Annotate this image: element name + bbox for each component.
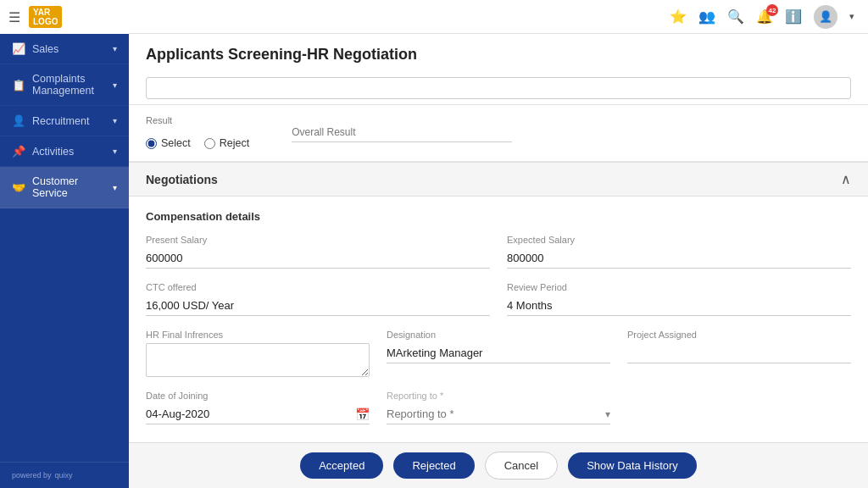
expected-salary-input[interactable]: [507, 248, 851, 269]
sales-icon: 📈: [12, 42, 25, 55]
ctc-offered-input[interactable]: [146, 296, 490, 316]
chevron-icon: ▾: [113, 44, 117, 53]
review-period-input[interactable]: [507, 296, 851, 316]
topbar: ⭐ 👥 🔍 🔔 42 ℹ️ 👤 ▾: [129, 0, 868, 34]
negotiations-title: Negotiations: [146, 173, 218, 186]
reporting-to-input[interactable]: [387, 404, 605, 424]
overall-result-field: [292, 123, 851, 142]
project-assigned-label: Project Assigned: [627, 330, 851, 340]
review-period-label: Review Period: [507, 282, 851, 292]
reporting-to-label: Reporting to *: [387, 391, 610, 401]
reporting-to-field: Reporting to * ▾: [387, 391, 610, 424]
radio-group: Select Reject: [146, 137, 249, 149]
hr-final-field: HR Final Infrences: [146, 330, 370, 377]
form-container: Applicants Screening-HR Negotiation Resu…: [129, 34, 868, 442]
radio-select-input[interactable]: [146, 138, 157, 149]
chevron-icon: ▾: [113, 116, 117, 125]
hr-final-textarea[interactable]: [146, 343, 370, 377]
users-icon[interactable]: 👥: [698, 8, 715, 25]
sidebar-item-label: Complaints Management: [32, 73, 113, 97]
radio-select-label: Select: [161, 137, 191, 149]
radio-select[interactable]: Select: [146, 137, 191, 149]
designation-field: Designation: [387, 330, 610, 377]
complaints-icon: 📋: [12, 79, 25, 92]
date-of-joining-input[interactable]: [146, 404, 355, 424]
hr-final-label: HR Final Infrences: [146, 330, 370, 340]
dropdown-arrow-icon[interactable]: ▾: [605, 408, 610, 420]
radio-reject[interactable]: Reject: [204, 137, 249, 149]
sidebar-item-recruitment[interactable]: 👤 Recruitment ▾: [0, 106, 129, 136]
search-icon[interactable]: 🔍: [727, 8, 744, 25]
cancel-button[interactable]: Cancel: [485, 452, 558, 480]
sidebar-item-sales[interactable]: 📈 Sales ▾: [0, 34, 129, 64]
notification-icon[interactable]: 🔔 42: [756, 8, 773, 25]
overall-result-input[interactable]: [292, 123, 512, 142]
result-section: Result Select Reject: [129, 105, 868, 162]
recruitment-icon: 👤: [12, 114, 25, 127]
calendar-icon[interactable]: 📅: [355, 408, 370, 421]
project-assigned-input[interactable]: [627, 343, 851, 363]
project-assigned-field: Project Assigned: [627, 330, 851, 377]
sidebar-item-label: Sales: [32, 43, 58, 55]
star-icon[interactable]: ⭐: [670, 8, 687, 25]
sidebar-nav: 📈 Sales ▾ 📋 Complaints Management ▾ 👤 Re…: [0, 34, 129, 462]
date-of-joining-field: Date of Joining 📅: [146, 391, 370, 424]
ctc-offered-field: CTC offered: [146, 282, 490, 316]
expected-salary-field: Expected Salary: [507, 235, 851, 269]
ctc-review-row: CTC offered Review Period: [146, 282, 851, 316]
present-salary-input[interactable]: [146, 248, 490, 269]
compensation-title: Compensation details: [146, 210, 851, 223]
result-label: Result: [146, 115, 249, 125]
sidebar-item-label: Activities: [32, 146, 74, 158]
negotiations-header: Negotiations ∧: [129, 162, 868, 197]
collapse-icon[interactable]: ∧: [841, 171, 851, 187]
logo-box: YARLOGO: [29, 6, 62, 28]
hamburger-icon[interactable]: ☰: [8, 9, 20, 25]
sidebar: ☰ YARLOGO 📈 Sales ▾ 📋 Complaints Managem…: [0, 0, 129, 488]
notification-badge: 42: [766, 4, 778, 16]
radio-reject-label: Reject: [220, 137, 249, 149]
powered-by-text: powered by: [12, 471, 52, 480]
rejected-button[interactable]: Rejected: [393, 452, 474, 479]
salary-row: Present Salary Expected Salary: [146, 235, 851, 269]
reporting-to-wrapper: ▾: [387, 404, 610, 424]
chevron-icon: ▾: [113, 183, 117, 192]
page-title: Applicants Screening-HR Negotiation: [129, 34, 868, 72]
designation-input[interactable]: [387, 343, 610, 363]
sidebar-item-label: Customer Service: [32, 175, 113, 199]
ctc-offered-label: CTC offered: [146, 282, 490, 292]
compensation-section: Compensation details Present Salary Expe…: [129, 197, 868, 442]
review-period-field: Review Period: [507, 282, 851, 316]
sidebar-item-activities[interactable]: 📌 Activities ▾: [0, 136, 129, 167]
info-icon[interactable]: ℹ️: [785, 8, 802, 25]
sidebar-item-customer-service[interactable]: 🤝 Customer Service ▾: [0, 167, 129, 208]
sidebar-footer: powered by quixy: [0, 462, 129, 488]
expected-salary-label: Expected Salary: [507, 235, 851, 245]
date-reporting-row: Date of Joining 📅 Reporting to * ▾: [146, 391, 851, 424]
bottom-bar: Accepted Rejected Cancel Show Data Histo…: [129, 442, 868, 488]
date-of-joining-label: Date of Joining: [146, 391, 370, 401]
top-input-field[interactable]: [146, 77, 851, 99]
designation-label: Designation: [387, 330, 610, 340]
sidebar-item-label: Recruitment: [32, 115, 89, 127]
show-data-history-button[interactable]: Show Data History: [568, 452, 697, 479]
chevron-down-icon[interactable]: ▾: [849, 11, 854, 22]
avatar[interactable]: 👤: [814, 5, 837, 29]
present-salary-label: Present Salary: [146, 235, 490, 245]
activities-icon: 📌: [12, 145, 25, 158]
date-wrapper: 📅: [146, 404, 370, 424]
accepted-button[interactable]: Accepted: [300, 452, 383, 479]
chevron-icon: ▾: [113, 80, 117, 90]
chevron-icon: ▾: [113, 147, 117, 156]
placeholder-field: [627, 391, 851, 424]
top-input-area: [129, 72, 868, 105]
customer-service-icon: 🤝: [12, 181, 25, 194]
inference-row: HR Final Infrences Designation Project A…: [146, 330, 851, 377]
logo: YARLOGO: [29, 6, 62, 28]
main-area: ⭐ 👥 🔍 🔔 42 ℹ️ 👤 ▾ Applicants Screening-H…: [129, 0, 868, 488]
quixy-brand: quixy: [55, 471, 73, 480]
radio-reject-input[interactable]: [204, 138, 215, 149]
present-salary-field: Present Salary: [146, 235, 490, 269]
content-area: Applicants Screening-HR Negotiation Resu…: [129, 34, 868, 442]
sidebar-item-complaints[interactable]: 📋 Complaints Management ▾: [0, 64, 129, 106]
